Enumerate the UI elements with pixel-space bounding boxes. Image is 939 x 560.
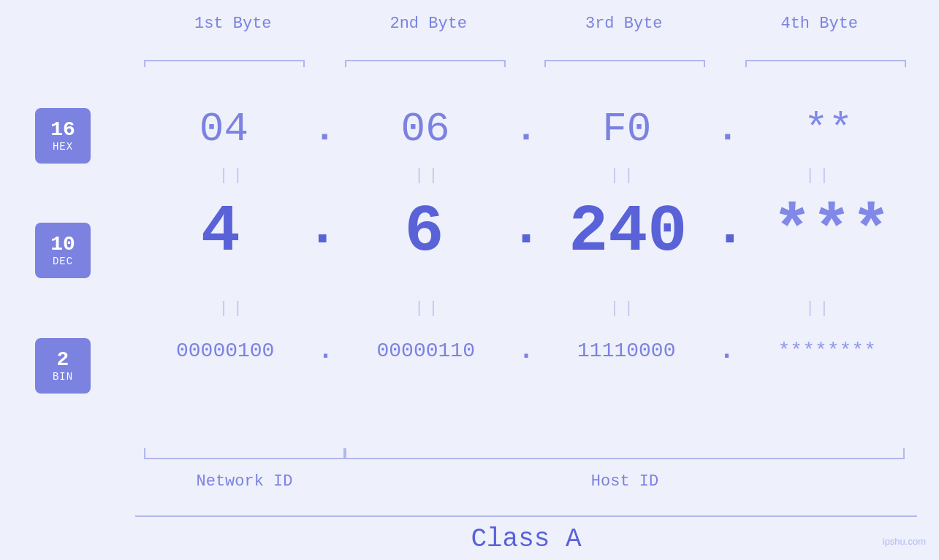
bracket-bottom-host-top [345,458,905,459]
byte-header-1: 1st Byte [145,15,321,33]
network-id-label: Network ID [144,472,345,491]
equals-1-2: || [341,166,516,185]
dec-dot-3: . [713,197,746,259]
badge-dec-label: DEC [53,256,73,267]
dec-byte-2: 6 [339,199,510,265]
byte-header-4: 4th Byte [731,15,907,33]
bin-byte-3: 11110000 [539,340,714,362]
bracket-top-3-left [544,60,546,67]
host-id-label: Host ID [345,472,905,491]
bin-byte-2: 00000110 [338,340,514,362]
bin-row: 00000100 . 00000110 . 11110000 . *******… [135,336,917,366]
equals-row-1: || || || || [135,166,917,185]
bin-byte-4: ******** [740,340,915,362]
equals-2-2: || [341,299,516,318]
bracket-top-3 [544,60,705,61]
badge-bin-number: 2 [57,349,69,372]
badge-bin-label: BIN [53,371,73,383]
main-container: 1st Byte 2nd Byte 3rd Byte 4th Byte 16 H… [0,0,939,560]
equals-1-1: || [145,166,321,185]
bracket-top-4-right [905,60,906,67]
bracket-top-2-left [345,60,346,67]
badge-dec: 10 DEC [35,223,91,278]
dec-dot-2: . [509,197,542,259]
badge-hex-number: 16 [50,119,75,142]
bin-dot-2: . [518,336,534,366]
byte-header-3: 3rd Byte [536,15,712,33]
hex-byte-2: 06 [338,106,513,153]
equals-1-4: || [731,166,907,185]
dec-row: 4 . 6 . 240 . *** [135,197,917,266]
dec-byte-4: *** [746,199,917,265]
bracket-top-4 [745,60,906,61]
bracket-bottom-host-left [345,448,346,459]
byte-headers: 1st Byte 2nd Byte 3rd Byte 4th Byte [135,15,917,33]
bracket-top-1-left [144,60,145,67]
class-label: Class A [471,524,581,554]
badge-hex-label: HEX [53,141,73,153]
bracket-bottom-network-top [144,458,345,459]
bracket-top-1-right [303,60,305,67]
bracket-top-1 [144,60,305,61]
bracket-bottom-host-right [903,448,905,459]
bracket-top-4-left [745,60,747,67]
equals-2-4: || [731,299,907,318]
hex-byte-3: F0 [539,106,715,153]
hex-dot-1: . [313,109,335,150]
equals-1-3: || [536,166,712,185]
dec-byte-3: 240 [543,199,714,265]
badge-bin: 2 BIN [35,338,91,394]
hex-row: 04 . 06 . F0 . ** [135,106,917,153]
dec-byte-1: 4 [135,199,306,265]
bracket-bottom-network-left [144,448,145,459]
equals-2-3: || [536,299,712,318]
bin-byte-1: 00000100 [137,340,313,362]
badge-dec-number: 10 [50,234,75,256]
bin-dot-3: . [719,336,735,366]
hex-dot-3: . [717,109,739,150]
badge-hex: 16 HEX [35,108,91,164]
hex-byte-4: ** [741,106,916,153]
hex-dot-2: . [515,109,537,150]
watermark: ipshu.com [883,536,926,547]
dec-dot-1: . [306,197,339,259]
equals-2-1: || [145,299,321,318]
bracket-top-3-right [704,60,705,67]
bin-dot-1: . [318,336,334,366]
byte-header-2: 2nd Byte [341,15,516,33]
equals-row-2: || || || || [135,299,917,318]
hex-byte-1: 04 [136,106,311,153]
bracket-top-2 [345,60,506,61]
class-area: Class A [135,515,917,554]
bracket-top-2-right [504,60,506,67]
